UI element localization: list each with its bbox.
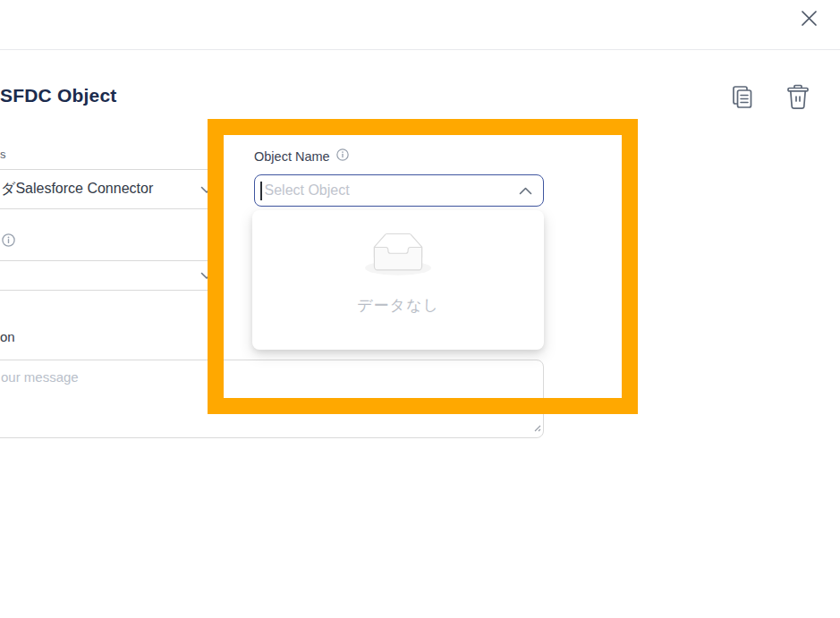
copy-button[interactable] xyxy=(728,84,755,113)
chevron-down-icon xyxy=(200,182,213,198)
message-textarea[interactable]: our message xyxy=(0,360,544,438)
description-label-fragment: on xyxy=(0,329,15,344)
object-name-label: Object Name xyxy=(254,149,330,164)
resize-grip-icon[interactable] xyxy=(532,419,541,436)
close-icon xyxy=(801,10,818,30)
empty-inbox-icon xyxy=(365,233,431,279)
info-icon xyxy=(2,233,15,247)
header-divider xyxy=(0,49,840,50)
delete-button[interactable] xyxy=(785,83,811,114)
chevron-down-icon xyxy=(200,267,213,284)
message-placeholder: our message xyxy=(1,369,79,385)
modal-page: SFDC Object s ダSalesforce Connector xyxy=(0,0,840,618)
copy-icon xyxy=(731,85,753,112)
text-cursor xyxy=(260,182,262,200)
object-select-placeholder: Select Object xyxy=(265,182,350,199)
object-select-dropdown[interactable]: データなし xyxy=(252,210,544,350)
object-name-label-row: Object Name xyxy=(254,148,349,165)
connector-select[interactable]: ダSalesforce Connector xyxy=(0,169,220,209)
trash-icon xyxy=(786,84,810,113)
chevron-up-icon xyxy=(519,182,532,199)
secondary-select[interactable] xyxy=(0,260,220,291)
info-icon xyxy=(336,148,349,165)
field-label-fragment: s xyxy=(0,148,6,161)
connector-select-value: ダSalesforce Connector xyxy=(1,180,153,199)
empty-state-text: データなし xyxy=(357,295,439,316)
page-title: SFDC Object xyxy=(0,85,117,106)
object-select[interactable]: Select Object xyxy=(254,174,544,207)
close-button[interactable] xyxy=(797,8,820,31)
